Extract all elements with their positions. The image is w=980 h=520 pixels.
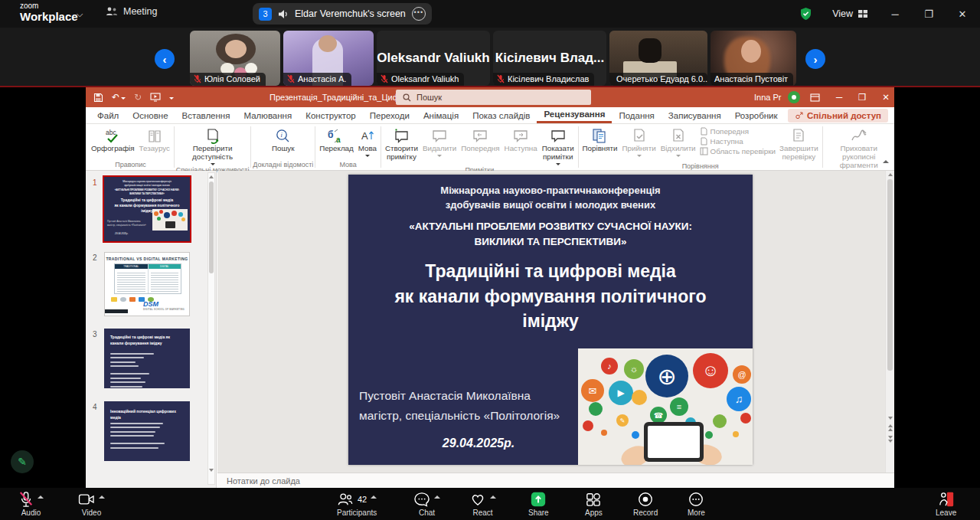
participant-tile[interactable]: Oleksandr Valiukh Oleksandr Valiukh <box>377 31 490 86</box>
current-slide[interactable]: Міжнародна науково-практичнаконференція … <box>348 175 753 465</box>
tab-slideshow[interactable]: Показ слайдів <box>466 107 537 123</box>
ellipsis-icon[interactable]: ••• <box>412 7 426 21</box>
smart-lookup-button[interactable]: i Пошук <box>270 125 297 153</box>
language-label: Мова <box>358 145 377 153</box>
chat-options-caret[interactable] <box>434 495 440 499</box>
leave-button[interactable]: Leave <box>936 491 956 517</box>
previous-participants-button[interactable]: ‹ <box>155 49 175 69</box>
show-comments-button[interactable]: Показати примітки <box>540 125 577 165</box>
ppt-minimize-icon[interactable]: ─ <box>836 93 842 102</box>
slide-scrollbar[interactable] <box>885 171 894 473</box>
ribbon-display-options-icon[interactable] <box>810 93 820 102</box>
record-button[interactable]: Record <box>633 491 658 517</box>
qat-customize-icon[interactable] <box>169 96 174 100</box>
tab-developer[interactable]: Розробник <box>728 107 785 123</box>
undo-button[interactable]: ↶ <box>112 92 126 103</box>
reject-button[interactable]: Відхилити <box>658 125 698 157</box>
scroll-down-icon[interactable] <box>888 417 893 420</box>
notes-pane[interactable]: Нотатки до слайда <box>217 473 894 488</box>
thumb-logo: DSMDIGITAL SCHOOL OF MARKETING <box>143 300 185 311</box>
more-button[interactable]: More <box>688 491 705 517</box>
audio-options-caret[interactable] <box>38 495 44 499</box>
accept-button[interactable]: Прийняти <box>620 125 658 157</box>
share-document-button[interactable]: Спільний доступ <box>788 109 888 123</box>
previous-slide-button[interactable] <box>886 424 894 431</box>
participant-tile[interactable]: Анастасія А. <box>283 31 374 86</box>
scrollbar-thumb[interactable] <box>887 179 893 371</box>
next-participants-button[interactable]: › <box>805 49 825 69</box>
translate-button[interactable]: ба Переклад <box>317 125 356 153</box>
previous-comment-button[interactable]: Попередня <box>459 125 501 153</box>
thesaurus-button[interactable]: Тезаурус <box>137 125 172 153</box>
participant-tile[interactable]: Анастасія Пустовіт <box>710 31 796 86</box>
next-change-button[interactable]: Наступна <box>700 137 776 146</box>
slide-thumbnail-1[interactable]: Міжнародна науково-практичнаконференціяз… <box>104 177 190 241</box>
share-button[interactable]: Share <box>528 491 549 517</box>
chat-button[interactable]: Chat <box>413 491 440 517</box>
close-icon[interactable]: ✕ <box>956 8 969 20</box>
participants-options-caret[interactable] <box>371 495 377 499</box>
annotate-button[interactable]: ✎ <box>11 450 34 473</box>
next-slide-button[interactable] <box>886 436 894 443</box>
scroll-up-icon[interactable] <box>209 175 214 178</box>
restore-icon[interactable]: ❐ <box>922 8 936 20</box>
save-icon[interactable] <box>93 93 103 103</box>
tab-review[interactable]: Рецензування <box>537 107 612 123</box>
minimize-icon[interactable]: ─ <box>888 8 902 20</box>
scroll-down-icon[interactable] <box>209 469 214 472</box>
participant-tile[interactable]: Очеретько Едуард 6.0... <box>609 31 707 86</box>
tab-animations[interactable]: Анімація <box>416 107 466 123</box>
account-area[interactable]: Inna Pr <box>754 87 800 107</box>
spelling-button[interactable]: abc Орфографія <box>89 125 137 153</box>
ppt-close-icon[interactable]: ✕ <box>882 92 890 103</box>
video-options-caret[interactable] <box>99 495 105 499</box>
scroll-up-icon[interactable] <box>888 173 893 176</box>
language-button[interactable]: A Мова <box>356 125 379 157</box>
reviewing-pane-button[interactable]: Область перевірки <box>700 147 776 155</box>
slide-conference-title: «АКТУАЛЬНІ ПРОБЛЕМИ РОЗВИТКУ СУЧАСНОЇ НА… <box>348 219 753 249</box>
thumbnails-scrollbar[interactable] <box>207 172 215 485</box>
next-comment-button[interactable]: Наступна <box>502 125 540 153</box>
tab-view[interactable]: Подання <box>612 107 661 123</box>
delete-comment-button[interactable]: Видалити <box>420 125 459 157</box>
shared-screen-label: Eldar Veremchuk's screen <box>295 8 406 19</box>
tab-recording[interactable]: Записування <box>662 107 728 123</box>
participant-name: Кісілевич Владислав <box>508 74 589 83</box>
tab-transitions[interactable]: Переходи <box>363 107 416 123</box>
check-accessibility-button[interactable]: Перевірити доступність <box>180 125 246 165</box>
ppt-restore-icon[interactable]: ❐ <box>858 92 866 103</box>
slide-thumbnail-4[interactable]: Інноваційний потенціал цифрових медіа <box>104 401 190 461</box>
slideshow-icon[interactable] <box>150 93 161 102</box>
tab-meeting[interactable]: Meeting <box>106 6 157 17</box>
tab-draw[interactable]: Малювання <box>237 107 299 123</box>
audio-button[interactable]: Audio <box>18 491 44 517</box>
ribbon-collapse-icon[interactable] <box>883 160 889 163</box>
slide-thumbnail-2[interactable]: TRADITIONAL VS DIGITAL MARKETING TRADITI… <box>104 252 190 316</box>
previous-change-button[interactable]: Попередня <box>700 127 776 136</box>
participant-tile[interactable]: Кісілевич Влад... Кісілевич Владислав <box>493 31 606 86</box>
search-box[interactable]: Пошук <box>396 90 591 105</box>
chevron-down-icon[interactable]: ⌵ <box>77 9 83 19</box>
tab-design[interactable]: Конструктор <box>299 107 363 123</box>
video-button[interactable]: Video <box>78 491 105 517</box>
dropdown-chevron-icon <box>437 155 442 157</box>
slide-thumbnail-3[interactable]: Традиційні та цифрові медіа як канали фо… <box>104 329 190 388</box>
tab-file[interactable]: Файл <box>90 107 126 123</box>
hide-ink-button[interactable]: Приховати рукописні фрагменти <box>825 125 894 174</box>
redo-button[interactable]: ↻ <box>134 92 142 103</box>
video-label: Video <box>82 509 101 517</box>
scrollbar-thumb[interactable] <box>209 182 214 273</box>
tab-insert[interactable]: Вставлення <box>175 107 237 123</box>
spelling-icon: abc <box>104 126 121 144</box>
participants-button[interactable]: 42 Participants <box>337 491 377 517</box>
tab-home[interactable]: Основне <box>126 107 175 123</box>
participant-tile[interactable]: Юлія Соловей <box>190 31 280 86</box>
new-comment-button[interactable]: Створити примітку <box>383 125 420 162</box>
end-review-button[interactable]: Завершити перевірку <box>777 125 821 162</box>
compare-button[interactable]: Порівняти <box>580 125 620 153</box>
view-button[interactable]: View <box>832 8 868 19</box>
react-button[interactable]: React <box>469 491 496 517</box>
apps-button[interactable]: Apps <box>585 491 603 517</box>
react-options-caret[interactable] <box>490 495 496 499</box>
shared-screen-pill[interactable]: 3 Eldar Veremchuk's screen ••• <box>253 3 432 25</box>
